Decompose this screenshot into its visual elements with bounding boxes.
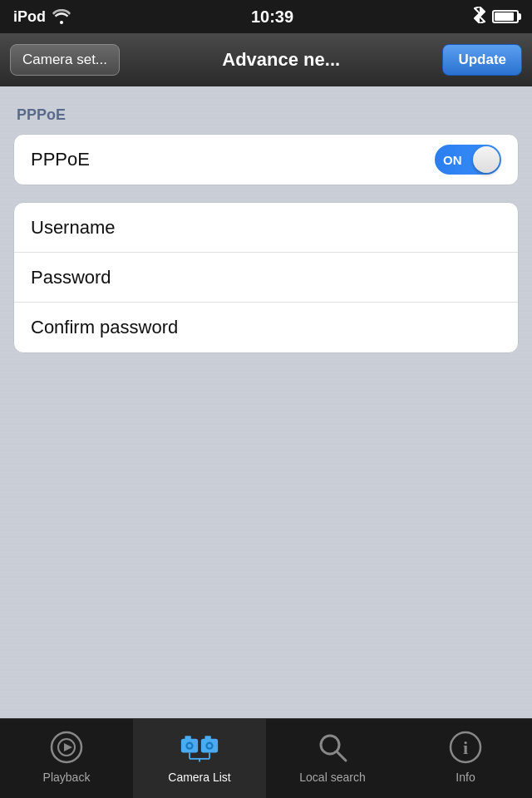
pppoe-toggle-card: PPPoE ON (13, 134, 519, 185)
nav-title: Advance ne... (130, 49, 432, 71)
status-bar: iPod 10:39 (0, 0, 532, 33)
svg-text:i: i (463, 737, 468, 758)
back-button[interactable]: Camera set... (10, 44, 120, 76)
playback-icon (47, 727, 86, 767)
main-content: PPPoE PPPoE ON Username Password Confirm… (0, 86, 532, 718)
svg-point-9 (207, 743, 212, 748)
confirm-password-label: Confirm password (31, 317, 501, 338)
svg-marker-2 (64, 743, 72, 751)
wifi-icon (52, 9, 71, 24)
update-button[interactable]: Update (442, 44, 522, 76)
pppoe-toggle-container[interactable]: ON (435, 145, 501, 175)
status-left: iPod (13, 8, 71, 26)
svg-rect-6 (185, 736, 190, 740)
username-label: Username (31, 217, 501, 239)
local-search-icon (313, 727, 352, 767)
pppoe-toggle[interactable]: ON (435, 145, 501, 175)
tab-bar: Playback Camera List (0, 718, 532, 798)
password-row[interactable]: Password (14, 253, 518, 303)
password-label: Password (31, 267, 501, 288)
pppoe-section-header: PPPoE (13, 106, 519, 124)
tab-playback-label: Playback (43, 771, 91, 784)
username-row[interactable]: Username (14, 203, 518, 253)
tab-camera-list-label: Camera List (168, 771, 230, 784)
credentials-card: Username Password Confirm password (13, 202, 519, 353)
tab-info[interactable]: i Info (399, 719, 532, 798)
pppoe-toggle-row: PPPoE ON (14, 135, 518, 185)
tab-camera-list[interactable]: Camera List (133, 719, 266, 798)
svg-line-16 (337, 751, 346, 761)
toggle-on-label: ON (435, 153, 462, 167)
status-time: 10:39 (251, 7, 293, 27)
pppoe-label: PPPoE (31, 149, 435, 170)
bluetooth-icon (474, 7, 485, 27)
tab-info-label: Info (456, 771, 475, 784)
info-icon: i (446, 727, 485, 767)
toggle-knob (473, 146, 500, 173)
svg-point-5 (187, 743, 192, 748)
device-name: iPod (13, 8, 46, 26)
nav-bar: Camera set... Advance ne... Update (0, 33, 532, 86)
battery-icon (492, 10, 519, 23)
camera-list-icon (180, 727, 219, 767)
tab-playback[interactable]: Playback (0, 719, 133, 798)
svg-rect-10 (204, 736, 210, 740)
confirm-password-row[interactable]: Confirm password (14, 303, 518, 352)
status-right (474, 7, 519, 27)
tab-local-search[interactable]: Local search (266, 719, 399, 798)
tab-local-search-label: Local search (299, 771, 365, 784)
